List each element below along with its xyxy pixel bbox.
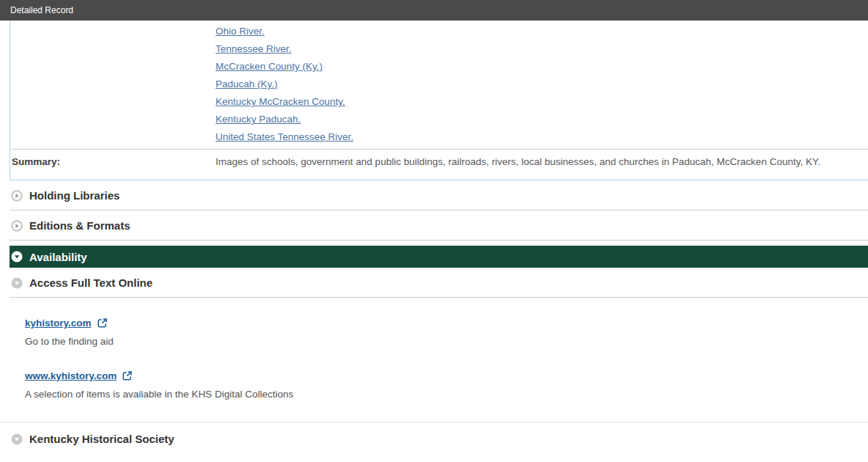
chevron-down-circle-icon: [11, 433, 23, 445]
accordion-sections: Holding Libraries Editions & Formats Ava…: [10, 180, 868, 400]
full-text-link-label: www.kyhistory.com: [25, 370, 117, 381]
full-text-link-item: www.kyhistory.com A selection of items i…: [25, 369, 868, 400]
full-text-link-label: kyhistory.com: [25, 318, 92, 329]
full-text-links: kyhistory.com Go to the finding aid www.…: [10, 298, 868, 400]
chevron-down-circle-icon: [11, 251, 23, 263]
subject-link[interactable]: United States Tennessee River.: [216, 128, 353, 146]
summary-text: Images of schools, government and public…: [216, 155, 820, 169]
full-text-link[interactable]: kyhistory.com: [25, 318, 108, 329]
section-holding-libraries[interactable]: Holding Libraries: [10, 180, 868, 210]
page-title: Detailed Record: [10, 5, 73, 15]
subject-link[interactable]: Paducah (Ky.): [216, 76, 278, 93]
subject-link[interactable]: McCracken County (Ky.): [216, 58, 323, 76]
section-label: Kentucky Historical Society: [29, 433, 174, 445]
full-text-link[interactable]: www.kyhistory.com: [25, 370, 133, 381]
detailed-record-bar: Detailed Record: [0, 0, 868, 21]
full-text-link-item: kyhistory.com Go to the finding aid: [25, 316, 868, 348]
section-label: Access Full Text Online: [29, 276, 152, 289]
subject-links-list: Ohio River. Tennessee River. McCracken C…: [10, 21, 868, 149]
full-text-link-description: A selection of items is available in the…: [25, 388, 868, 400]
chevron-right-circle-icon: [11, 220, 23, 232]
section-access-full-text[interactable]: Access Full Text Online: [10, 268, 868, 298]
subject-link[interactable]: Tennessee River.: [216, 40, 292, 58]
section-label: Holding Libraries: [29, 189, 119, 202]
external-link-icon: [97, 318, 108, 329]
full-text-link-description: Go to the finding aid: [25, 335, 868, 348]
section-kentucky-historical-society[interactable]: Kentucky Historical Society: [10, 422, 868, 445]
section-label: Editions & Formats: [29, 219, 130, 232]
chevron-down-circle-icon: [11, 277, 23, 289]
section-availability[interactable]: Availability: [10, 246, 868, 268]
record-detail-panel: Ohio River. Tennessee River. McCracken C…: [10, 21, 868, 180]
chevron-right-circle-icon: [11, 190, 23, 202]
subject-link[interactable]: Ohio River.: [216, 23, 265, 40]
summary-label: Summary:: [12, 155, 216, 169]
subject-link[interactable]: Kentucky McCracken County.: [216, 93, 345, 111]
external-link-icon: [122, 370, 133, 381]
section-editions-formats[interactable]: Editions & Formats: [10, 210, 868, 241]
subject-link[interactable]: Kentucky Paducah.: [216, 111, 301, 128]
summary-row: Summary: Images of schools, government a…: [10, 149, 868, 180]
section-label: Availability: [29, 251, 87, 263]
